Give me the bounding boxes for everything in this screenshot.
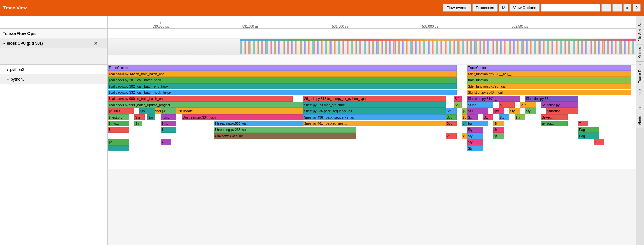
nav-more-button[interactable]: » <box>623 4 632 12</box>
flame-bar[interactable]: $def_function.py:798 _call <box>467 83 631 89</box>
help-button[interactable]: ? <box>633 4 641 12</box>
flame-bar[interactable]: $func... <box>467 102 493 108</box>
flame-bar[interactable]: $function.py:2840 __call__ <box>467 90 631 95</box>
flame-bar[interactable]: train_function <box>467 77 631 83</box>
flame-bar[interactable]: num... <box>161 114 177 120</box>
flame-bar[interactable]: $ty <box>515 114 525 120</box>
flame-bar[interactable]: $function.py:3161 _... <box>467 96 520 102</box>
tracks-area: TraceContextTraceContext$callbacks.py:43… <box>108 29 636 245</box>
flame-bar[interactable]: <u <box>446 133 457 139</box>
flame-bar[interactable]: <un... <box>520 102 536 108</box>
flame-bar[interactable]: $t <box>493 127 504 133</box>
flame-bar[interactable]: Eag <box>578 133 599 139</box>
flame-bar[interactable]: $ty <box>467 139 483 145</box>
flame-bar[interactable]: $op <box>446 121 457 126</box>
sidebar-tab-input-latency[interactable]: Input Latency <box>636 86 644 113</box>
flame-bar[interactable]: $exec... <box>541 114 568 120</box>
flame-bar[interactable]: $nest.py:536 pack_sequence_as <box>303 108 446 114</box>
processes-button[interactable]: Processes <box>472 4 498 12</box>
flame-bar[interactable]: $ty <box>467 145 483 151</box>
flame-bar[interactable]: $callbacks.py:281 _call_batch_hook <box>108 77 457 83</box>
flame-bar[interactable]: $... <box>161 127 177 133</box>
ruler-spacer <box>0 16 107 29</box>
flame-bar[interactable]: $ty <box>483 114 493 120</box>
overview-spacer <box>0 48 107 65</box>
flame-bar[interactable]: $fr... <box>161 121 177 126</box>
tensorflow-ops-label: TensorFlow Ops <box>0 29 107 39</box>
trace-content-area: 530,500 μs 531,000 μs 531,500 μs 532,000… <box>108 16 636 245</box>
flame-bar[interactable]: <unknown> acquire <box>214 133 356 139</box>
nav-back-button[interactable]: ← <box>601 4 611 12</box>
collapse-icon[interactable] <box>3 41 7 46</box>
flame-bar[interactable]: $nest.py:496 _pack_sequence_as <box>303 114 446 120</box>
flame-bar[interactable]: $ty <box>467 133 483 139</box>
flame-bar[interactable]: TraceContext <box>467 65 631 71</box>
flame-bar[interactable]: $io <box>147 114 155 120</box>
search-input[interactable] <box>541 4 600 12</box>
overview-track[interactable] <box>108 39 636 55</box>
flame-bar[interactable]: $ty <box>499 114 509 120</box>
expand-icon-2[interactable] <box>7 77 11 82</box>
python3-thread2-flame-track[interactable]: TraceContextTraceContext$callbacks.py:43… <box>108 65 636 169</box>
flame-bar[interactable]: T... <box>578 121 588 126</box>
view-options-button[interactable]: View Options <box>509 4 539 12</box>
flame-bar[interactable]: $tf... <box>446 108 457 114</box>
overview-bars <box>240 39 636 54</box>
flame-bar[interactable]: $... <box>108 127 129 133</box>
flame-bar[interactable]: Eag <box>578 127 599 133</box>
flame-bar[interactable]: $tf_utils.py:513 to_numpy_or_python_type <box>303 96 446 102</box>
m-button[interactable]: M <box>499 4 508 12</box>
sidebar-tab-file-size[interactable]: File Size Stats <box>636 16 644 44</box>
flame-bar[interactable]: $callbacks.py:960 on_train_batch_end <box>108 96 293 102</box>
python3-thread2-label[interactable]: python3 <box>0 74 107 84</box>
flame-bar[interactable]: bui... <box>499 102 515 108</box>
flame-bar[interactable]: bui... <box>467 121 488 126</box>
flame-bar[interactable]: <... <box>108 145 129 151</box>
flame-bar[interactable]: $o... <box>108 139 129 145</box>
flame-bar[interactable]: $ty <box>493 108 504 114</box>
host-cpu-label: /host:CPU (pid 501) ✕ <box>0 39 107 48</box>
flame-bar[interactable]: $function.py... <box>541 102 578 108</box>
flame-bar[interactable]: $function.py:18... <box>525 96 578 102</box>
flame-bar[interactable]: $callbacks.py:332 _call_batch_hook_helpe… <box>108 90 457 95</box>
flame-bar[interactable]: TraceContext <box>108 65 457 71</box>
sidebar-tab-frame-data[interactable]: Frame Data <box>636 61 644 86</box>
sidebar-tab-alerts[interactable]: Alerts <box>636 113 644 128</box>
python3-thread1-label[interactable]: python3 <box>0 65 107 74</box>
flame-bar[interactable]: $ne <box>134 114 145 120</box>
flame-bar[interactable]: $nest.p... <box>108 114 129 120</box>
flame-bar[interactable]: $threading.py:263 wait <box>214 127 356 133</box>
flame-bar[interactable]: $<_... <box>161 108 177 114</box>
flame-bar[interactable]: $callbacks.py:302 _call_batch_end_hook <box>108 83 457 89</box>
app-title: Trace View <box>3 5 27 10</box>
flow-events-button[interactable]: Flow events <box>443 4 471 12</box>
flame-bar[interactable]: <u <box>161 139 171 145</box>
flame-bar[interactable]: $io... <box>139 108 155 114</box>
nav-forward-button[interactable]: → <box>612 4 622 12</box>
flame-bar[interactable]: $n <box>454 102 462 108</box>
flame-bar[interactable]: $ty <box>467 127 483 133</box>
expand-icon-1[interactable] <box>7 67 10 72</box>
close-process-button[interactable]: ✕ <box>94 41 98 46</box>
flame-bar[interactable]: $ty <box>509 108 520 114</box>
flame-bar[interactable]: $nest.py:461 _packed_nest... <box>303 121 446 126</box>
flame-bar[interactable]: $fu... <box>467 108 488 114</box>
flame-bar[interactable]: $t <box>493 133 504 139</box>
flame-bar[interactable]: $nest.py:573 map_structure <box>303 102 446 108</box>
flame-bar[interactable]: $function... <box>546 108 578 114</box>
flame-bar[interactable]: $op <box>446 114 457 120</box>
flame-bar[interactable]: $tf <box>454 96 462 102</box>
flame-bar[interactable]: $t <box>493 121 504 126</box>
flame-bar[interactable]: $ty... <box>525 108 536 114</box>
flame-bar[interactable]: $tf_utils... <box>108 108 134 114</box>
flame-bar[interactable]: $n <box>134 121 142 126</box>
flame-bar[interactable]: $callbacks.py:432 on_train_batch_end <box>108 71 457 77</box>
flame-bar[interactable]: $... <box>467 114 477 120</box>
sidebar-tab-metrics[interactable]: Metrics <box>636 44 644 61</box>
overview-topband <box>240 39 636 41</box>
flame-bar[interactable]: $def_function.py:757 __call__ <box>467 71 631 77</box>
flame-bar[interactable]: $tf_u... <box>108 121 129 126</box>
timeline-ruler: 530,500 μs 531,000 μs 531,500 μs 532,000… <box>108 16 636 29</box>
flame-bar[interactable]: tensor... <box>541 121 568 126</box>
flame-bar[interactable]: E <box>594 139 604 145</box>
